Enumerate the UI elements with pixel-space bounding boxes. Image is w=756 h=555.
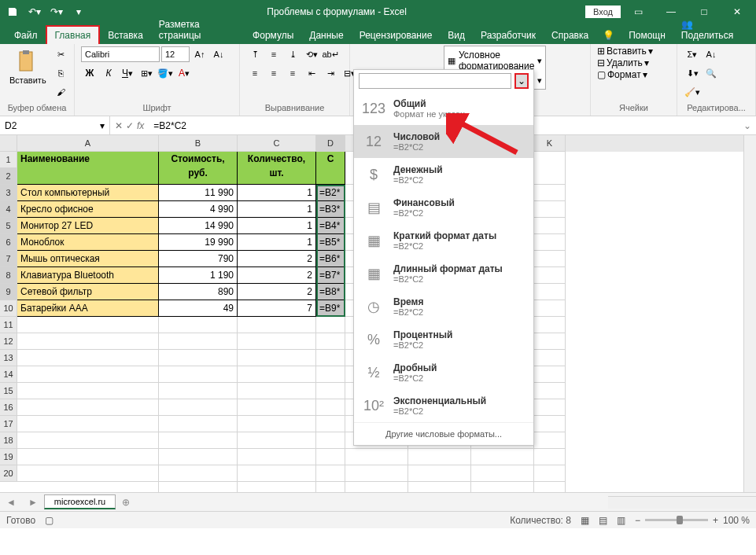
sort-icon[interactable]: A↓ — [703, 46, 720, 63]
row-header[interactable]: 16 — [0, 399, 17, 416]
fill-icon[interactable]: ⬇▾ — [684, 64, 701, 82]
sheet-tab[interactable]: microexcel.ru — [44, 494, 116, 509]
cell[interactable]: Клавиатура Bluetooth — [17, 267, 159, 284]
cell[interactable] — [238, 482, 316, 492]
cell[interactable]: 1 — [238, 201, 316, 218]
cell[interactable] — [534, 399, 566, 416]
cell[interactable] — [534, 482, 566, 492]
cell[interactable] — [345, 449, 408, 465]
wrap-text-icon[interactable]: ab↵ — [322, 46, 339, 63]
orientation-icon[interactable]: ⟲▾ — [303, 46, 320, 63]
cell[interactable]: 4 990 — [159, 201, 238, 218]
row-header[interactable]: 12 — [0, 333, 17, 350]
cell[interactable]: Сетевой фильтр — [17, 284, 159, 300]
cell[interactable]: =B3* — [316, 201, 345, 218]
tab-formulas[interactable]: Формулы — [245, 27, 301, 44]
row-header[interactable]: 9 — [0, 284, 17, 300]
row-header[interactable]: 7 — [0, 251, 17, 267]
align-left-icon[interactable]: ≡ — [246, 64, 264, 82]
format-painter-icon[interactable]: 🖌 — [53, 83, 70, 101]
row-header[interactable]: 8 — [0, 267, 17, 284]
italic-icon[interactable]: К — [100, 64, 117, 82]
cell[interactable] — [17, 465, 159, 482]
number-format-option[interactable]: %Процентный=B2*C2 — [354, 323, 533, 356]
clear-icon[interactable]: 🧹▾ — [684, 83, 701, 101]
cell[interactable] — [238, 449, 316, 465]
number-format-option[interactable]: $Денежный=B2*C2 — [354, 158, 533, 191]
fx-icon[interactable]: fx — [137, 120, 144, 131]
cell[interactable] — [534, 449, 566, 465]
redo-icon[interactable]: ↷▾ — [47, 2, 66, 21]
cell[interactable] — [17, 482, 159, 492]
cell[interactable] — [345, 465, 408, 482]
tab-page-layout[interactable]: Разметка страницы — [151, 16, 245, 44]
more-number-formats[interactable]: Другие числовые форматы... — [354, 422, 533, 445]
zoom-slider[interactable] — [645, 519, 708, 521]
cell[interactable] — [534, 383, 566, 399]
cell[interactable] — [534, 333, 566, 350]
cell[interactable] — [238, 333, 316, 350]
tab-insert[interactable]: Вставка — [100, 27, 151, 44]
cell[interactable] — [534, 366, 566, 383]
col-header-C[interactable]: C — [238, 135, 316, 152]
cell[interactable]: 1 190 — [159, 267, 238, 284]
zoom-level[interactable]: 100 % — [723, 515, 750, 526]
cell[interactable] — [534, 416, 566, 432]
tab-data[interactable]: Данные — [301, 27, 351, 44]
row-header[interactable]: 3 — [0, 185, 17, 201]
cell[interactable] — [534, 234, 566, 251]
row-header[interactable]: 11 — [0, 317, 17, 333]
find-icon[interactable]: 🔍 — [703, 64, 720, 82]
cell[interactable] — [17, 317, 159, 333]
cell[interactable]: =B5* — [316, 234, 345, 251]
font-color-icon[interactable]: A▾ — [175, 64, 193, 82]
cell[interactable] — [316, 317, 345, 333]
number-format-option[interactable]: ▦Длинный формат даты=B2*C2 — [354, 257, 533, 290]
cell[interactable] — [159, 366, 238, 383]
cell[interactable]: 49 — [159, 300, 238, 317]
horizontal-scrollbar[interactable] — [608, 496, 756, 509]
cell[interactable] — [159, 383, 238, 399]
cell[interactable] — [159, 416, 238, 432]
border-icon[interactable]: ⊞▾ — [138, 64, 155, 82]
cell[interactable] — [159, 432, 238, 449]
cell[interactable] — [238, 399, 316, 416]
number-format-option[interactable]: 10²Экспоненциальный=B2*C2 — [354, 389, 533, 422]
cell[interactable] — [238, 383, 316, 399]
cell[interactable] — [17, 416, 159, 432]
new-sheet-icon[interactable]: ⊕ — [116, 497, 136, 508]
cell[interactable] — [17, 432, 159, 449]
cell[interactable] — [159, 333, 238, 350]
cell[interactable]: 2 — [238, 251, 316, 267]
row-header[interactable]: 18 — [0, 432, 17, 449]
header-cell[interactable]: Стоимость, руб. — [159, 152, 238, 185]
ribbon-display-icon[interactable]: ▭ — [622, 1, 654, 23]
cell[interactable] — [316, 350, 345, 366]
zoom-out-icon[interactable]: − — [635, 515, 640, 526]
font-name-select[interactable] — [81, 46, 160, 62]
tab-home[interactable]: Главная — [46, 25, 101, 44]
cell[interactable] — [316, 333, 345, 350]
macro-record-icon[interactable]: ▢ — [45, 515, 53, 526]
cell[interactable] — [534, 185, 566, 201]
cell[interactable] — [238, 432, 316, 449]
cancel-formula-icon[interactable]: ✕ — [115, 120, 123, 131]
align-bottom-icon[interactable]: ⤓ — [284, 46, 301, 63]
cell[interactable] — [316, 416, 345, 432]
tab-help[interactable]: Справка — [544, 27, 596, 44]
number-format-option[interactable]: ▦Краткий формат даты=B2*C2 — [354, 224, 533, 257]
cell[interactable]: =B8* — [316, 284, 345, 300]
number-format-input[interactable] — [359, 73, 511, 89]
cell[interactable] — [534, 317, 566, 333]
cell[interactable] — [17, 383, 159, 399]
cell[interactable]: Мышь оптическая — [17, 251, 159, 267]
autosum-icon[interactable]: Σ▾ — [684, 46, 701, 63]
cell[interactable]: 790 — [159, 251, 238, 267]
row-header[interactable]: 6 — [0, 234, 17, 251]
cell[interactable] — [238, 416, 316, 432]
cell[interactable] — [316, 465, 345, 482]
cell[interactable] — [316, 399, 345, 416]
sheet-nav-next[interactable]: ► — [22, 497, 44, 508]
increase-font-icon[interactable]: A↑ — [191, 46, 208, 63]
header-cell[interactable]: Количество, шт. — [238, 152, 316, 185]
